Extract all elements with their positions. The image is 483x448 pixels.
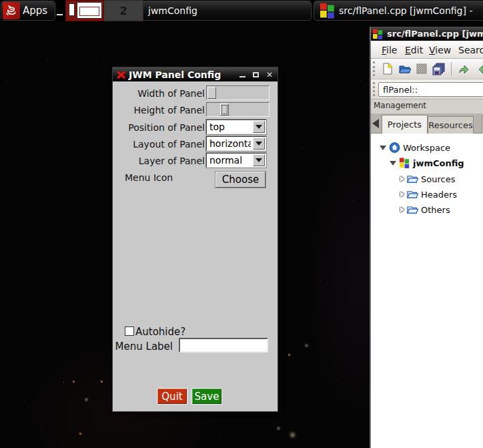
- window-x-icon: [116, 69, 127, 80]
- apps-label: Apps: [23, 5, 47, 17]
- height-slider-handle[interactable]: [220, 103, 229, 116]
- menubar: File Edit View Search: [371, 41, 483, 59]
- minimize-icon[interactable]: [239, 76, 246, 77]
- tree-item-sources[interactable]: Sources: [400, 172, 455, 186]
- menu-edit[interactable]: Edit: [404, 43, 424, 57]
- scope-combobox-value: flPanel::: [383, 85, 418, 95]
- height-of-panel-slider[interactable]: [206, 102, 270, 117]
- taskbar: Apps 2 jwmConfig: [0, 0, 483, 21]
- folder-icon: [407, 204, 418, 215]
- tree-item-label: Others: [421, 205, 450, 215]
- pager-desktop-1[interactable]: [65, 0, 104, 21]
- main-toolbar: [371, 59, 483, 79]
- expander-closed-icon[interactable]: [400, 176, 404, 182]
- save-icon[interactable]: [415, 62, 428, 75]
- tree-item-label: Workspace: [403, 143, 450, 153]
- layout-value: horizontal: [209, 138, 251, 150]
- jwm-panel-config-window: JWM Panel Config ✕ Width of Panel Height…: [112, 67, 278, 412]
- maximize-icon[interactable]: [253, 72, 259, 77]
- management-pane-header: Management: [371, 99, 483, 114]
- scope-combobox[interactable]: flPanel::: [378, 82, 483, 97]
- width-of-panel-label: Width of Panel: [118, 88, 205, 99]
- layer-of-panel-label: Layer of Panel: [118, 156, 205, 166]
- minimized-window-hint[interactable]: [57, 14, 63, 15]
- management-tabstrip: Projects Resources: [371, 114, 483, 134]
- menu-file[interactable]: File: [380, 43, 398, 57]
- menu-view[interactable]: View: [428, 43, 452, 57]
- tree-item-workspace[interactable]: Workspace: [380, 140, 450, 155]
- position-of-panel-label: Position of Panel: [118, 122, 205, 133]
- workspace-icon: [389, 142, 400, 153]
- open-folder-icon[interactable]: [398, 62, 412, 75]
- expander-open-icon[interactable]: [390, 161, 396, 166]
- position-of-panel-select[interactable]: top: [206, 120, 266, 134]
- scope-toolbar: flPanel::: [371, 79, 483, 99]
- toolbar-gripper[interactable]: [373, 82, 375, 96]
- layer-value: normal: [209, 155, 251, 166]
- new-file-icon[interactable]: [381, 62, 394, 75]
- tree-item-label: jwmConfig: [413, 158, 464, 168]
- chevron-down-icon[interactable]: [253, 154, 265, 166]
- close-icon[interactable]: ✕: [266, 71, 273, 79]
- apps-menu-button[interactable]: Apps: [1, 1, 55, 21]
- tab-resources[interactable]: Resources: [428, 116, 474, 134]
- folder-icon: [407, 189, 418, 200]
- save-button[interactable]: Save: [192, 389, 221, 404]
- menu-icon-label: Menu Icon: [125, 172, 173, 183]
- expander-open-icon[interactable]: [380, 146, 386, 150]
- dialog-title: JWM Panel Config: [129, 69, 221, 80]
- expander-closed-icon[interactable]: [400, 192, 404, 197]
- desktop-screen: Apps 2 jwmConfig: [0, 0, 483, 448]
- project-tree: Workspace jwmConfig: [371, 134, 483, 448]
- choose-button[interactable]: Choose: [215, 172, 266, 188]
- menu-label-label: Menu Label: [86, 341, 173, 353]
- project-icon: [399, 158, 410, 168]
- quit-button[interactable]: Quit: [157, 389, 187, 404]
- layout-of-panel-label: Layout of Panel: [118, 139, 205, 150]
- editor-titlebar[interactable]: src/flPanel.cpp [jwm: [371, 27, 483, 41]
- width-of-panel-slider[interactable]: [206, 85, 270, 100]
- dialog-titlebar[interactable]: JWM Panel Config ✕: [113, 67, 278, 81]
- workspace-pager: 2: [65, 0, 143, 21]
- taskbar-item-label: src/flPanel.cpp [jwmConfig] -: [339, 5, 472, 16]
- tree-item-label: Sources: [421, 174, 455, 184]
- toolbar-gripper[interactable]: [373, 61, 375, 76]
- menu-search[interactable]: Search: [457, 43, 483, 57]
- editor-app-icon: [320, 3, 335, 19]
- layer-of-panel-select[interactable]: normal: [206, 153, 266, 168]
- apps-logo-icon: [3, 2, 20, 19]
- tab-projects[interactable]: Projects: [382, 115, 428, 134]
- editor-window: src/flPanel.cpp [jwm File Edit View Sear…: [370, 27, 483, 448]
- pager-desktop-2[interactable]: 2: [104, 0, 143, 21]
- editor-app-icon: [373, 29, 383, 39]
- pager-window-dialog: [69, 3, 75, 16]
- taskbar-item-editor[interactable]: src/flPanel.cpp [jwmConfig] -: [314, 1, 483, 21]
- width-slider-handle[interactable]: [207, 87, 216, 99]
- taskbar-item-jwmconfig[interactable]: jwmConfig: [141, 1, 312, 21]
- tree-item-jwmconfig[interactable]: jwmConfig: [390, 156, 464, 170]
- taskbar-item-label: jwmConfig: [148, 5, 197, 16]
- autohide-checkbox[interactable]: [125, 326, 134, 336]
- height-of-panel-label: Height of Panel: [118, 105, 205, 116]
- tab-scroll-left-icon[interactable]: [372, 119, 379, 128]
- autohide-label: Autohide?: [135, 326, 185, 338]
- save-all-icon[interactable]: [432, 62, 445, 75]
- tree-item-headers[interactable]: Headers: [400, 187, 457, 202]
- redo-icon[interactable]: [476, 62, 483, 75]
- layout-of-panel-select[interactable]: horizontal: [206, 136, 266, 151]
- chevron-down-icon[interactable]: [253, 138, 265, 150]
- editor-window-title: src/flPanel.cpp [jwm: [387, 29, 483, 39]
- menu-label-input[interactable]: [179, 338, 268, 353]
- expander-closed-icon[interactable]: [400, 207, 404, 212]
- pager-window-editor: [77, 2, 102, 19]
- chevron-down-icon[interactable]: [253, 121, 265, 133]
- tree-item-label: Headers: [421, 190, 457, 200]
- toolbar-separator: [451, 62, 452, 75]
- tree-item-others[interactable]: Others: [400, 202, 450, 217]
- position-value: top: [209, 122, 251, 133]
- undo-icon[interactable]: [458, 62, 471, 75]
- folder-icon: [407, 174, 418, 184]
